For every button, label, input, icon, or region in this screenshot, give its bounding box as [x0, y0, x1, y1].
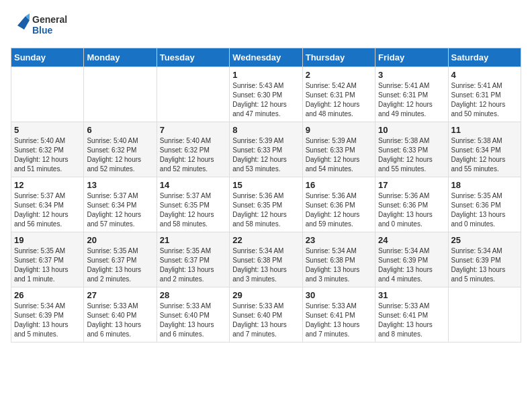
day-info: Sunrise: 5:34 AM Sunset: 6:39 PM Dayligh… — [451, 246, 518, 284]
calendar-cell: 25Sunrise: 5:34 AM Sunset: 6:39 PM Dayli… — [448, 232, 521, 287]
day-number: 12 — [14, 180, 81, 190]
calendar-week-4: 19Sunrise: 5:35 AM Sunset: 6:37 PM Dayli… — [11, 232, 521, 287]
calendar-week-5: 26Sunrise: 5:34 AM Sunset: 6:39 PM Dayli… — [11, 287, 521, 342]
day-number: 7 — [160, 125, 226, 135]
day-info: Sunrise: 5:34 AM Sunset: 6:38 PM Dayligh… — [306, 246, 372, 284]
calendar-cell: 29Sunrise: 5:33 AM Sunset: 6:40 PM Dayli… — [230, 287, 302, 342]
calendar-cell — [448, 287, 521, 342]
day-info: Sunrise: 5:37 AM Sunset: 6:34 PM Dayligh… — [87, 191, 153, 229]
calendar-cell: 3Sunrise: 5:41 AM Sunset: 6:31 PM Daylig… — [375, 67, 448, 122]
day-info: Sunrise: 5:35 AM Sunset: 6:37 PM Dayligh… — [160, 246, 226, 284]
day-number: 18 — [451, 180, 518, 190]
day-number: 13 — [87, 180, 153, 190]
day-header-friday: Friday — [375, 48, 448, 67]
day-header-saturday: Saturday — [448, 48, 521, 67]
day-info: Sunrise: 5:38 AM Sunset: 6:34 PM Dayligh… — [451, 136, 518, 174]
calendar-cell — [157, 67, 229, 122]
calendar-cell: 14Sunrise: 5:37 AM Sunset: 6:35 PM Dayli… — [157, 177, 229, 232]
day-info: Sunrise: 5:35 AM Sunset: 6:37 PM Dayligh… — [87, 246, 153, 284]
day-number: 17 — [378, 180, 445, 190]
calendar-cell: 1Sunrise: 5:43 AM Sunset: 6:30 PM Daylig… — [230, 67, 302, 122]
calendar-cell: 7Sunrise: 5:40 AM Sunset: 6:32 PM Daylig… — [157, 122, 229, 177]
day-number: 14 — [160, 180, 226, 190]
day-info: Sunrise: 5:33 AM Sunset: 6:40 PM Dayligh… — [87, 302, 153, 339]
calendar-cell: 4Sunrise: 5:41 AM Sunset: 6:31 PM Daylig… — [448, 67, 521, 122]
calendar-cell: 6Sunrise: 5:40 AM Sunset: 6:32 PM Daylig… — [84, 122, 157, 177]
calendar-cell: 5Sunrise: 5:40 AM Sunset: 6:32 PM Daylig… — [11, 122, 84, 177]
day-number: 1 — [232, 70, 299, 80]
day-header-wednesday: Wednesday — [230, 48, 302, 67]
day-header-monday: Monday — [84, 48, 157, 67]
day-info: Sunrise: 5:36 AM Sunset: 6:36 PM Dayligh… — [378, 191, 445, 229]
day-number: 28 — [160, 290, 226, 300]
day-header-tuesday: Tuesday — [157, 48, 229, 67]
day-number: 16 — [306, 180, 372, 190]
day-info: Sunrise: 5:36 AM Sunset: 6:35 PM Dayligh… — [232, 191, 299, 229]
day-info: Sunrise: 5:33 AM Sunset: 6:40 PM Dayligh… — [160, 302, 226, 339]
calendar-cell: 26Sunrise: 5:34 AM Sunset: 6:39 PM Dayli… — [11, 287, 84, 342]
calendar-cell: 19Sunrise: 5:35 AM Sunset: 6:37 PM Dayli… — [11, 232, 84, 287]
calendar-cell: 30Sunrise: 5:33 AM Sunset: 6:41 PM Dayli… — [302, 287, 375, 342]
calendar-cell: 10Sunrise: 5:38 AM Sunset: 6:33 PM Dayli… — [375, 122, 448, 177]
day-header-thursday: Thursday — [302, 48, 375, 67]
day-number: 3 — [378, 70, 445, 80]
svg-text:Blue: Blue — [32, 25, 53, 36]
day-info: Sunrise: 5:35 AM Sunset: 6:37 PM Dayligh… — [14, 246, 81, 284]
calendar-cell: 11Sunrise: 5:38 AM Sunset: 6:34 PM Dayli… — [448, 122, 521, 177]
day-number: 31 — [378, 290, 445, 300]
day-info: Sunrise: 5:34 AM Sunset: 6:38 PM Dayligh… — [232, 246, 299, 284]
day-number: 24 — [378, 235, 445, 245]
svg-text:General: General — [32, 14, 67, 25]
day-info: Sunrise: 5:41 AM Sunset: 6:31 PM Dayligh… — [451, 81, 518, 119]
calendar-cell: 12Sunrise: 5:37 AM Sunset: 6:34 PM Dayli… — [11, 177, 84, 232]
calendar-cell: 23Sunrise: 5:34 AM Sunset: 6:38 PM Dayli… — [302, 232, 375, 287]
day-number: 26 — [14, 290, 81, 300]
calendar-cell: 18Sunrise: 5:35 AM Sunset: 6:36 PM Dayli… — [448, 177, 521, 232]
day-number: 11 — [451, 125, 518, 135]
calendar-cell: 31Sunrise: 5:33 AM Sunset: 6:41 PM Dayli… — [375, 287, 448, 342]
day-number: 22 — [232, 235, 299, 245]
day-info: Sunrise: 5:35 AM Sunset: 6:36 PM Dayligh… — [451, 191, 518, 229]
day-number: 29 — [232, 290, 299, 300]
calendar-cell: 15Sunrise: 5:36 AM Sunset: 6:35 PM Dayli… — [230, 177, 302, 232]
calendar-cell: 27Sunrise: 5:33 AM Sunset: 6:40 PM Dayli… — [84, 287, 157, 342]
day-number: 9 — [306, 125, 372, 135]
logo: General Blue — [11, 11, 85, 41]
logo-svg: General Blue — [11, 11, 85, 41]
calendar-cell: 24Sunrise: 5:34 AM Sunset: 6:39 PM Dayli… — [375, 232, 448, 287]
day-info: Sunrise: 5:34 AM Sunset: 6:39 PM Dayligh… — [378, 246, 445, 284]
calendar-cell: 9Sunrise: 5:39 AM Sunset: 6:33 PM Daylig… — [302, 122, 375, 177]
day-info: Sunrise: 5:41 AM Sunset: 6:31 PM Dayligh… — [378, 81, 445, 119]
day-number: 25 — [451, 235, 518, 245]
day-number: 5 — [14, 125, 81, 135]
day-info: Sunrise: 5:37 AM Sunset: 6:35 PM Dayligh… — [160, 191, 226, 229]
day-number: 23 — [306, 235, 372, 245]
page-header: General Blue — [11, 11, 521, 41]
calendar-cell: 22Sunrise: 5:34 AM Sunset: 6:38 PM Dayli… — [230, 232, 302, 287]
day-info: Sunrise: 5:39 AM Sunset: 6:33 PM Dayligh… — [232, 136, 299, 174]
day-info: Sunrise: 5:43 AM Sunset: 6:30 PM Dayligh… — [232, 81, 299, 119]
calendar-cell: 21Sunrise: 5:35 AM Sunset: 6:37 PM Dayli… — [157, 232, 229, 287]
day-info: Sunrise: 5:36 AM Sunset: 6:36 PM Dayligh… — [306, 191, 372, 229]
calendar-week-2: 5Sunrise: 5:40 AM Sunset: 6:32 PM Daylig… — [11, 122, 521, 177]
day-info: Sunrise: 5:33 AM Sunset: 6:41 PM Dayligh… — [306, 302, 372, 339]
day-info: Sunrise: 5:42 AM Sunset: 6:31 PM Dayligh… — [306, 81, 372, 119]
calendar-cell: 28Sunrise: 5:33 AM Sunset: 6:40 PM Dayli… — [157, 287, 229, 342]
day-info: Sunrise: 5:33 AM Sunset: 6:41 PM Dayligh… — [378, 302, 445, 339]
day-info: Sunrise: 5:34 AM Sunset: 6:39 PM Dayligh… — [14, 302, 81, 339]
calendar-cell: 2Sunrise: 5:42 AM Sunset: 6:31 PM Daylig… — [302, 67, 375, 122]
day-number: 21 — [160, 235, 226, 245]
day-number: 2 — [306, 70, 372, 80]
day-number: 15 — [232, 180, 299, 190]
calendar-cell: 13Sunrise: 5:37 AM Sunset: 6:34 PM Dayli… — [84, 177, 157, 232]
day-number: 30 — [306, 290, 372, 300]
calendar-cell — [84, 67, 157, 122]
calendar-cell: 17Sunrise: 5:36 AM Sunset: 6:36 PM Dayli… — [375, 177, 448, 232]
calendar-week-3: 12Sunrise: 5:37 AM Sunset: 6:34 PM Dayli… — [11, 177, 521, 232]
calendar-cell: 8Sunrise: 5:39 AM Sunset: 6:33 PM Daylig… — [230, 122, 302, 177]
calendar-cell: 16Sunrise: 5:36 AM Sunset: 6:36 PM Dayli… — [302, 177, 375, 232]
day-number: 10 — [378, 125, 445, 135]
day-header-sunday: Sunday — [11, 48, 84, 67]
day-number: 4 — [451, 70, 518, 80]
calendar-table: SundayMondayTuesdayWednesdayThursdayFrid… — [11, 48, 521, 342]
